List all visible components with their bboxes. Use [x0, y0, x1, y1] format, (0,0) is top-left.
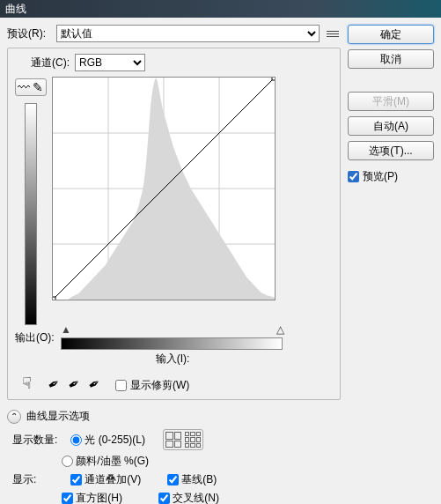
collapse-icon[interactable]: ⌃ — [7, 410, 21, 424]
curves-plot[interactable] — [52, 77, 276, 300]
pigment-row: 颜料/油墨 %(G) — [12, 454, 341, 469]
curve-tools: 〰 ✎ — [15, 78, 47, 96]
channel-select[interactable]: RGB — [75, 54, 145, 71]
cancel-button[interactable]: 取消 — [348, 49, 434, 69]
svg-rect-7 — [52, 297, 55, 300]
input-sliders[interactable]: ▲ △ — [61, 323, 284, 336]
display-options-section: ⌃ 曲线显示选项 — [7, 409, 341, 424]
input-label: 输入(I): — [61, 352, 284, 367]
intersection-check[interactable]: 交叉线(N) — [158, 491, 219, 504]
show-row-2: 直方图(H) 交叉线(N) — [12, 491, 341, 504]
histogram-check[interactable]: 直方图(H) — [62, 491, 150, 504]
preset-select[interactable]: 默认值 — [56, 25, 320, 42]
pencil-curve-icon[interactable]: ✎ — [32, 81, 44, 93]
show-row-1: 显示: 通道叠加(V) 基线(B) — [12, 472, 341, 487]
light-label: 光 (0-255)(L) — [85, 434, 145, 446]
dialog-body: 预设(R): 默认值 通道(C): RGB 〰 ✎ 输出(O): ▲ — [0, 18, 441, 504]
eyedropper-white-icon[interactable]: ✒ — [85, 374, 103, 394]
grid-area: 〰 ✎ — [13, 77, 334, 325]
titlebar: 曲线 — [0, 0, 441, 18]
preview-check[interactable]: 预览(P) — [348, 169, 434, 184]
grid-small-icon[interactable] — [185, 432, 201, 448]
smooth-button[interactable]: 平滑(M) — [348, 92, 434, 111]
curves-main: 通道(C): RGB 〰 ✎ 输出(O): ▲ △ 输入(I): ☟ — [7, 48, 341, 400]
ok-button[interactable]: 确定 — [348, 25, 434, 44]
point-curve-icon[interactable]: 〰 — [18, 81, 30, 93]
output-label: 输出(O): — [15, 330, 55, 345]
black-point-slider[interactable]: ▲ — [61, 323, 71, 336]
show-clipping-checkbox[interactable] — [115, 380, 127, 391]
eyedroppers: ✒ ✒ ✒ — [48, 375, 99, 392]
show-label: 显示: — [12, 472, 62, 487]
options-button[interactable]: 选项(T)... — [348, 141, 434, 160]
right-panel: 确定 取消 平滑(M) 自动(A) 选项(T)... 预览(P) — [348, 25, 434, 497]
input-gradient-strip — [61, 337, 283, 350]
pigment-radio[interactable] — [62, 456, 73, 467]
section-title: 曲线显示选项 — [26, 409, 90, 424]
preset-row: 预设(R): 默认值 — [7, 25, 341, 42]
preview-checkbox[interactable] — [348, 171, 359, 182]
baseline-check[interactable]: 基线(B) — [167, 472, 217, 487]
channel-row: 通道(C): RGB — [13, 54, 334, 71]
under-controls: ☟ ✒ ✒ ✒ 显示修剪(W) — [13, 374, 334, 393]
target-adjust-icon[interactable]: ☟ — [22, 374, 32, 393]
svg-rect-8 — [272, 77, 276, 80]
preset-label: 预设(R): — [7, 26, 51, 41]
grid-large-icon[interactable] — [165, 432, 181, 448]
preset-menu-icon[interactable] — [325, 26, 341, 41]
preview-label: 预览(P) — [363, 169, 398, 184]
pigment-radio-wrap[interactable]: 颜料/油墨 %(G) — [62, 454, 149, 469]
white-point-slider[interactable]: △ — [276, 323, 284, 336]
display-options: 显示数量: 光 (0-255)(L) 颜料/油墨 %(G) 显示: 通道叠加(V… — [7, 429, 341, 504]
light-radio-wrap[interactable]: 光 (0-255)(L) — [70, 433, 145, 448]
auto-button[interactable]: 自动(A) — [348, 116, 434, 136]
show-clipping-check[interactable]: 显示修剪(W) — [115, 378, 189, 393]
left-panel: 预设(R): 默认值 通道(C): RGB 〰 ✎ 输出(O): ▲ — [7, 25, 341, 497]
show-amount-row: 显示数量: 光 (0-255)(L) — [12, 429, 341, 450]
channel-overlay-check[interactable]: 通道叠加(V) — [70, 472, 158, 487]
show-clipping-label: 显示修剪(W) — [130, 378, 189, 393]
show-amount-label: 显示数量: — [12, 433, 62, 448]
grid-size-icons — [163, 429, 203, 450]
left-tools: 〰 ✎ — [13, 77, 48, 325]
eyedropper-black-icon[interactable]: ✒ — [44, 374, 62, 394]
light-radio[interactable] — [70, 434, 82, 446]
output-gradient-strip — [25, 103, 37, 325]
eyedropper-gray-icon[interactable]: ✒ — [64, 374, 83, 394]
channel-label: 通道(C): — [31, 56, 70, 70]
pigment-label: 颜料/油墨 %(G) — [76, 455, 149, 467]
